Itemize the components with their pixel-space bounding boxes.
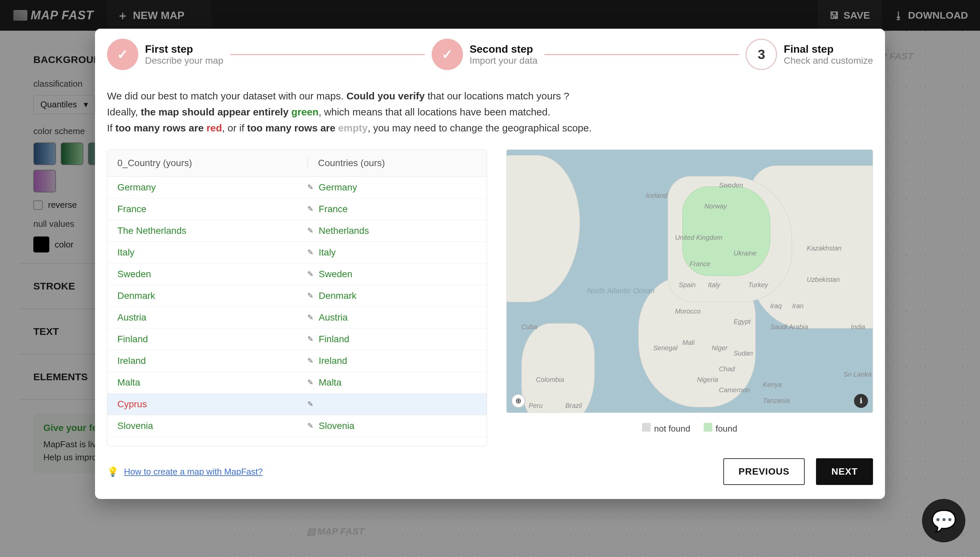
map-label: Cameroon (719, 386, 750, 394)
map-label: Nigeria (697, 376, 718, 384)
table-row[interactable]: Italy✎Italy (107, 242, 487, 264)
cell-ours: ✎Finland (307, 334, 477, 345)
map-label: Brazil (565, 402, 582, 410)
check-icon (107, 39, 138, 70)
cell-ours: ✎France (307, 204, 477, 215)
edit-icon[interactable]: ✎ (307, 313, 313, 322)
map-label: Senegal (653, 344, 677, 352)
edit-icon[interactable]: ✎ (307, 183, 313, 192)
step-1: First step Describe your map (107, 39, 223, 70)
txt: Ideally, (107, 106, 141, 117)
match-table: 0_Country (yours) Countries (ours) Germa… (107, 150, 487, 446)
cell-yours: Italy (117, 247, 307, 258)
cell-ours: ✎Malta (307, 377, 477, 388)
map-label: Colombia (536, 376, 564, 384)
land (521, 323, 595, 413)
cell-yours: France (117, 204, 307, 215)
map-label: United Kingdom (675, 234, 722, 241)
table-row[interactable]: France✎France (107, 199, 487, 220)
land (506, 155, 580, 302)
cell-yours: The Netherlands (117, 225, 307, 236)
txt-bold: too many rows are (115, 122, 206, 134)
ours-name: Italy (319, 247, 336, 258)
hint-link[interactable]: How to create a map with MapFast? (124, 467, 263, 477)
ours-name: Denmark (319, 290, 357, 301)
table-row[interactable]: Malta✎Malta (107, 372, 487, 394)
table-body[interactable]: Germany✎GermanyFrance✎FranceThe Netherla… (107, 177, 487, 446)
map-info-button[interactable]: ℹ (854, 394, 868, 408)
map-label: Ukraine (734, 249, 757, 257)
txt-bold: too many rows are (247, 122, 338, 134)
wizard-modal: First step Describe your map Second step… (95, 29, 885, 499)
edit-icon[interactable]: ✎ (307, 378, 313, 387)
ours-name: France (319, 204, 348, 215)
chat-button[interactable]: 💬 (922, 499, 965, 542)
txt: We did our best to match your dataset wi… (107, 90, 346, 101)
step-3-sub: Check and customize (784, 55, 873, 66)
table-row[interactable]: Finland✎Finland (107, 329, 487, 350)
map-label: Norway (704, 202, 727, 210)
map-label: Tanzania (763, 397, 790, 405)
cell-ours: ✎Sweden (307, 269, 477, 280)
ours-name: Sweden (319, 269, 352, 280)
map-label: Uzbekistan (807, 276, 840, 283)
edit-icon[interactable]: ✎ (307, 270, 313, 278)
map-label: India (851, 323, 865, 331)
map-label: Iran (792, 302, 803, 310)
edit-icon[interactable]: ✎ (307, 335, 313, 344)
edit-icon[interactable]: ✎ (307, 400, 313, 409)
table-row[interactable]: Denmark✎Denmark (107, 285, 487, 307)
map-preview[interactable]: North Atlantic Ocean Iceland Sweden Norw… (506, 150, 873, 413)
table-row[interactable]: Cyprus✎ (107, 394, 487, 415)
panel-row: 0_Country (yours) Countries (ours) Germa… (107, 150, 873, 446)
col-yours: 0_Country (yours) (117, 158, 307, 168)
edit-icon[interactable]: ✎ (307, 292, 313, 300)
instruction-text: We did our best to match your dataset wi… (107, 88, 873, 136)
table-row[interactable]: The Netherlands✎Netherlands (107, 220, 487, 242)
txt-green: green (291, 106, 319, 117)
table-row[interactable]: Slovenia✎Slovenia (107, 415, 487, 437)
ours-name: Slovenia (319, 420, 354, 431)
legend-found-swatch (704, 423, 712, 432)
cell-yours: Germany (117, 182, 307, 193)
cell-yours: Austria (117, 312, 307, 323)
map-label: Niger (712, 344, 728, 352)
map-label: Iceland (646, 192, 667, 199)
txt: If (107, 122, 115, 134)
cell-yours: Malta (117, 377, 307, 388)
edit-icon[interactable]: ✎ (307, 422, 313, 430)
cell-yours: Finland (117, 334, 307, 345)
map-label: Iraq (770, 302, 782, 310)
locate-button[interactable]: ⊕ (511, 394, 525, 408)
next-button[interactable]: NEXT (816, 458, 873, 485)
edit-icon[interactable]: ✎ (307, 357, 313, 365)
txt: , which means that all locations have be… (319, 106, 550, 117)
map-label: Kazakhstan (807, 244, 842, 252)
table-row[interactable]: Austria✎Austria (107, 307, 487, 329)
edit-icon[interactable]: ✎ (307, 226, 313, 235)
txt: , or if (222, 122, 247, 134)
edit-icon[interactable]: ✎ (307, 248, 313, 257)
table-row[interactable]: Sweden✎Sweden (107, 264, 487, 285)
legend-found-label: found (716, 423, 737, 433)
map-label: Sri Lanka (843, 371, 872, 378)
map-label: France (690, 260, 710, 268)
table-row[interactable]: Ireland✎Ireland (107, 350, 487, 372)
txt-bold: the map should appear entirely (141, 106, 291, 117)
cell-ours: ✎ (307, 400, 477, 409)
map-label: Italy (708, 281, 720, 289)
txt: , you may need to change the geographica… (368, 122, 592, 134)
map-label: Cuba (521, 323, 537, 331)
map-label: Sudan (734, 350, 753, 357)
previous-button[interactable]: PREVIOUS (723, 458, 805, 485)
map-label: Turkey (748, 281, 768, 289)
cell-ours: ✎Austria (307, 312, 477, 323)
map-label: Spain (679, 281, 696, 289)
legend-notfound-label: not found (654, 423, 690, 433)
table-row[interactable]: Germany✎Germany (107, 177, 487, 199)
edit-icon[interactable]: ✎ (307, 205, 313, 213)
map-label: Saudi Arabia (770, 323, 808, 331)
txt: that our locations match yours ? (425, 90, 570, 101)
modal-overlay: First step Describe your map Second step… (0, 0, 980, 557)
check-icon (432, 39, 463, 70)
